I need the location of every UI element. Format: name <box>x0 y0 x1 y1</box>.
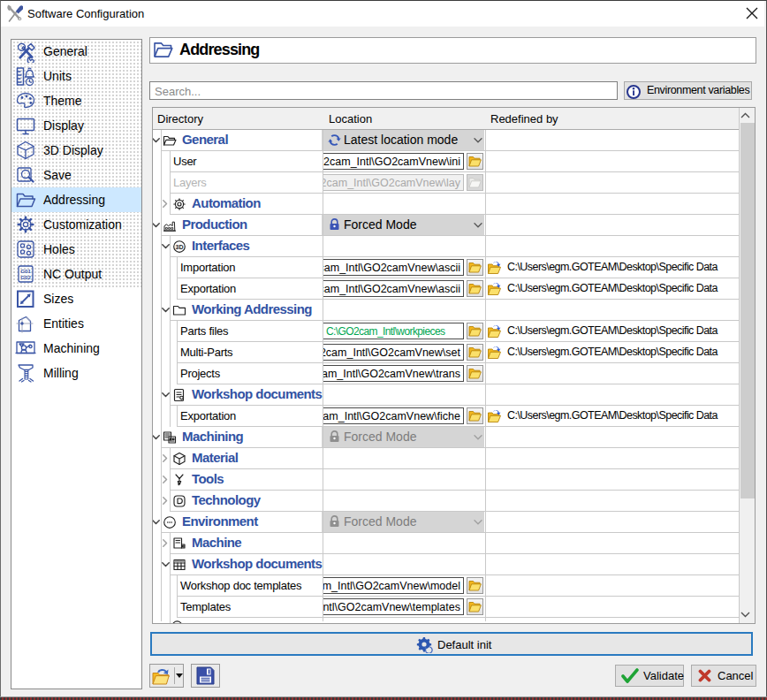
svg-text:3D: 3D <box>176 244 184 250</box>
svg-text:G02: G02 <box>20 274 31 280</box>
svg-text:G01: G01 <box>20 268 31 274</box>
